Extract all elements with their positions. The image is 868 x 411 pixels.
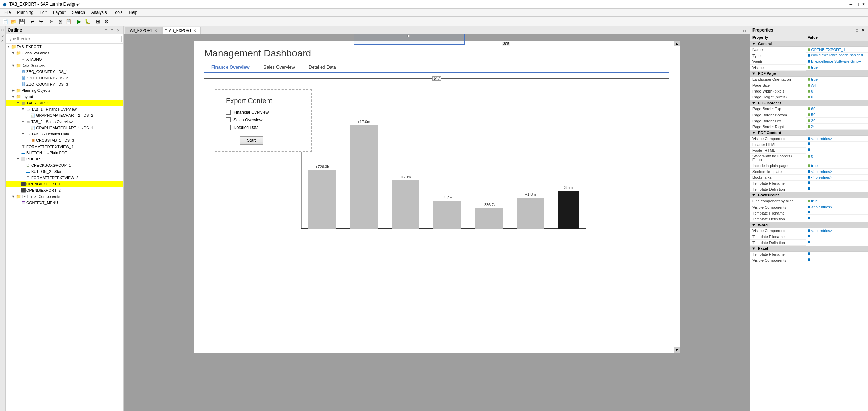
- tree-row-tab1[interactable]: ▼ ▭ TAB_1 - Finance Overview: [6, 106, 123, 112]
- tab-nav-sales[interactable]: Sales Overview: [257, 62, 302, 73]
- outline-expand-all[interactable]: ≡: [103, 27, 109, 33]
- menu-layout[interactable]: Layout: [50, 9, 68, 16]
- tree-row-layout[interactable]: ▼ 📁 Layout: [6, 94, 123, 99]
- tree-row-planning[interactable]: ▶ 📁 Planning Objects: [6, 88, 123, 93]
- tree-row-global-vars[interactable]: ▼ 📁 Global Variables: [6, 50, 123, 56]
- left-icon-comp[interactable]: C: [0, 39, 5, 44]
- tree-row-ds3[interactable]: 🗄 ZBQ_COUNTRY - DS_3: [6, 81, 123, 87]
- prop-section-excel[interactable]: ▼ Excel: [750, 246, 868, 252]
- prop-visible-value[interactable]: true: [806, 64, 868, 70]
- tree-row-chart1[interactable]: 📊 GRAPHOMATECHART_1 - DS_1: [6, 125, 123, 131]
- maximize-btn[interactable]: ▢: [855, 2, 859, 7]
- tree-row-openbi1[interactable]: ⬛ OPENBIEXPORT_1: [6, 181, 123, 187]
- tree-toggle-tech-components[interactable]: ▼: [11, 194, 15, 199]
- collapse-excel[interactable]: ▼: [752, 246, 756, 251]
- tree-toggle-layout[interactable]: ▼: [11, 95, 15, 99]
- tree-toggle-global-vars[interactable]: ▼: [11, 51, 15, 55]
- menu-search[interactable]: Search: [69, 9, 88, 16]
- toolbar-run[interactable]: ▶: [75, 18, 83, 25]
- tree-row-formtext1[interactable]: T FORMATTEDTEXTVIEW_1: [6, 144, 123, 149]
- tree-row-data-sources[interactable]: ▼ 📁 Data Sources: [6, 63, 123, 68]
- toolbar-open[interactable]: 📂: [10, 18, 17, 25]
- collapse-powerpoint[interactable]: ▼: [752, 193, 756, 197]
- tree-toggle-tab-export[interactable]: ▼: [6, 45, 10, 49]
- canvas-maximize-btn[interactable]: □: [742, 28, 747, 34]
- outline-collapse-all[interactable]: ≡: [109, 27, 115, 33]
- menu-analysis[interactable]: Analysis: [88, 9, 110, 16]
- tree-row-openbi2[interactable]: ⬛ OPENBIEXPORT_2: [6, 187, 123, 193]
- canvas-scroll[interactable]: Management Dashboard Finance Overview Sa…: [124, 34, 750, 411]
- tree-row-chart2[interactable]: 📊 GRAPHOMATECHART_2 - DS_2: [6, 113, 123, 118]
- collapse-pdf-page[interactable]: ▼: [752, 71, 756, 76]
- tab-nav-detailed[interactable]: Detailed Data: [302, 62, 343, 73]
- tree-row-tabstrip1[interactable]: ▼ ▦ TABSTRIP_1: [6, 100, 123, 106]
- tree-toggle-tabstrip1[interactable]: ▼: [16, 101, 20, 105]
- tree-toggle-tab2[interactable]: ▼: [21, 120, 25, 124]
- canvas-tab-close-active[interactable]: ✕: [193, 29, 196, 33]
- collapse-pdf-content[interactable]: ▼: [752, 131, 756, 135]
- toolbar-settings[interactable]: ⚙: [103, 18, 110, 25]
- properties-scroll[interactable]: Property Value ▼ General Name: [750, 34, 868, 411]
- collapse-general[interactable]: ▼: [752, 42, 756, 46]
- close-btn[interactable]: ✕: [862, 2, 865, 7]
- tree-toggle-planning[interactable]: ▶: [11, 88, 15, 93]
- toolbar-debug[interactable]: 🐛: [84, 18, 91, 25]
- toolbar-redo[interactable]: ↪: [37, 18, 45, 25]
- tree-toggle-tab3[interactable]: ▼: [21, 132, 25, 136]
- canvas-tab-close-inactive[interactable]: ✕: [154, 29, 157, 33]
- left-icon-ds[interactable]: D: [0, 33, 5, 38]
- tree-row-btn2[interactable]: ▬ BUTTON_2 - Start: [6, 169, 123, 174]
- tree-row-btn1[interactable]: ▬ BUTTON_1 - Plain PDF: [6, 150, 123, 156]
- properties-maximize-btn[interactable]: □: [854, 27, 860, 33]
- popup-start-btn[interactable]: Start: [240, 136, 263, 145]
- tab-nav-finance[interactable]: Finance Overview: [204, 62, 257, 73]
- canvas-scrollbar[interactable]: ▲ ▼: [674, 41, 680, 353]
- toolbar-undo[interactable]: ↩: [29, 18, 36, 25]
- tree-row-tab3[interactable]: ▼ ▭ TAB_3 - Detailed Data: [6, 131, 123, 137]
- collapse-pdf-borders[interactable]: ▼: [752, 101, 756, 105]
- menu-tools[interactable]: Tools: [110, 9, 126, 16]
- checkbox-financial[interactable]: [226, 110, 231, 115]
- prop-section-word[interactable]: ▼ Word: [750, 222, 868, 228]
- outline-search-input[interactable]: [7, 36, 122, 42]
- toolbar-cut[interactable]: ✂: [48, 18, 56, 25]
- tree-toggle-popup1[interactable]: ▼: [16, 157, 20, 161]
- canvas-minimize-btn[interactable]: _: [735, 28, 741, 34]
- checkbox-sales[interactable]: [226, 117, 231, 122]
- minimize-btn[interactable]: ─: [849, 2, 852, 7]
- window-controls[interactable]: ─ ▢ ✕: [849, 2, 865, 7]
- toolbar-copy[interactable]: ⎘: [56, 18, 64, 25]
- prop-section-pdf-page[interactable]: ▼ PDF Page: [750, 70, 868, 76]
- prop-section-pdf-borders[interactable]: ▼ PDF Borders: [750, 100, 868, 106]
- menu-edit[interactable]: Edit: [37, 9, 50, 16]
- tree-row-tab2[interactable]: ▼ ▭ TAB_2 - Sales Overview: [6, 119, 123, 124]
- toolbar-paste[interactable]: 📋: [65, 18, 72, 25]
- scroll-up-arrow[interactable]: ▲: [674, 41, 680, 46]
- tree-toggle-tab1[interactable]: ▼: [21, 107, 25, 111]
- tree-row-tech-components[interactable]: ▼ 📁 Technical Components: [6, 194, 123, 199]
- prop-section-general[interactable]: ▼ General: [750, 41, 868, 47]
- prop-vendor-value[interactable]: bi excellence Software GmbH: [806, 59, 868, 64]
- toolbar-save[interactable]: 💾: [18, 18, 26, 25]
- toolbar-grid[interactable]: ⊞: [94, 18, 102, 25]
- left-icon-outline[interactable]: O: [0, 28, 5, 33]
- prop-name-value[interactable]: OPENBIEXPORT_1: [806, 47, 868, 53]
- tree-row-formtext2[interactable]: T FORMATTEDTEXTVIEW_2: [6, 175, 123, 181]
- tree-row-tab-export[interactable]: ▼ 📁 TAB_EXPORT: [6, 44, 123, 50]
- canvas-tab-active[interactable]: *TAB_EXPORT ✕: [162, 27, 201, 34]
- collapse-word[interactable]: ▼: [752, 223, 756, 227]
- prop-section-pdf-content[interactable]: ▼ PDF Content: [750, 130, 868, 135]
- properties-close-btn[interactable]: ✕: [860, 27, 866, 33]
- tree-row-checkgroup1[interactable]: ☑ CHECKBOXGROUP_1: [6, 163, 123, 168]
- toolbar-new[interactable]: 📄: [1, 18, 9, 25]
- tree-row-ds2[interactable]: 🗄 ZBQ_COUNTRY - DS_2: [6, 75, 123, 81]
- tree-row-popup1[interactable]: ▼ ⬜ POPUP_1: [6, 156, 123, 162]
- checkbox-detailed[interactable]: [226, 125, 231, 130]
- tree-toggle-data-sources[interactable]: ▼: [11, 63, 15, 68]
- prop-type-value[interactable]: com.biexcellence.openbi.sap.desi...: [806, 53, 868, 58]
- tree-row-xtabno[interactable]: ≡ XTABNO: [6, 56, 123, 62]
- menu-help[interactable]: Help: [126, 9, 141, 16]
- scroll-down-arrow[interactable]: ▼: [674, 347, 680, 353]
- tree-row-context-menu[interactable]: ☰ CONTEXT_MENU: [6, 200, 123, 206]
- tree-row-cross1[interactable]: ⊞ CROSSTAB_1 - DS_3: [6, 138, 123, 143]
